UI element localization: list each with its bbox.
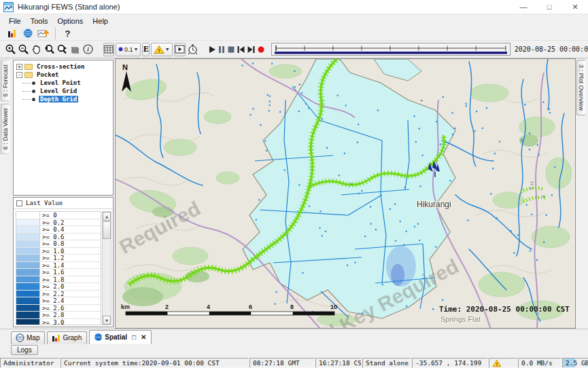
scale-dropdown[interactable]: 0.1 ▼ — [116, 43, 141, 56]
zoom-in-button[interactable] — [5, 43, 16, 56]
tree-item-cross-section[interactable]: + Cross-section — [14, 62, 113, 71]
globe-icon — [94, 333, 103, 342]
warning-dropdown[interactable]: ! ▼ — [151, 43, 173, 56]
legend-row[interactable]: >= 0.6 — [16, 234, 101, 241]
layers-button[interactable] — [69, 43, 81, 56]
legend-row[interactable]: >= 1.8 — [16, 276, 101, 284]
pan-button[interactable] — [31, 43, 42, 56]
legend-row-label: >= 1.6 — [40, 269, 67, 276]
legend-row[interactable]: >= 0.8 — [16, 240, 101, 248]
legend-swatch — [16, 248, 40, 255]
legend-row[interactable]: >= 0.4 — [16, 226, 101, 234]
legend-row[interactable]: >= 1.0 — [16, 248, 101, 255]
chevron-down-icon: ▼ — [134, 47, 139, 52]
legend-row-label: >= 2.2 — [40, 291, 67, 297]
globe-button[interactable] — [20, 26, 35, 40]
tab-graph[interactable]: Graph — [47, 331, 87, 344]
scroll-down-button[interactable]: ▼ — [103, 316, 111, 325]
help-button[interactable]: ? — [60, 26, 75, 40]
tree-item-level-grid[interactable]: Level Grid — [14, 87, 113, 95]
legend-row[interactable]: >= 1.6 — [16, 269, 101, 276]
svg-text:!: ! — [496, 361, 498, 366]
tab-map[interactable]: Map — [11, 331, 45, 344]
road-label: H 1 — [529, 181, 535, 190]
bar-chart-icon — [52, 333, 60, 342]
scroll-up-button[interactable]: ▲ — [103, 212, 111, 221]
legend-row[interactable]: >= 2.8 — [16, 312, 101, 319]
info-button[interactable]: i — [82, 43, 94, 56]
status-warning-cell[interactable]: ! — [489, 358, 517, 368]
legend-row-label: >= 0.8 — [40, 240, 67, 247]
legend-row-label: >= 2.4 — [40, 297, 67, 304]
map-time-label: Time: 2020-08-25 00:00:00 CST — [439, 305, 570, 314]
step-forward-button[interactable] — [247, 43, 256, 56]
record-button[interactable] — [257, 43, 265, 56]
time-control-button[interactable] — [187, 43, 198, 56]
expand-plus-icon[interactable]: + — [16, 64, 22, 70]
tree-item-pocket[interactable]: - Pocket — [14, 71, 113, 79]
zoom-next-button[interactable] — [56, 43, 68, 56]
legend-scrollbar[interactable]: ▲ ▼ — [102, 211, 111, 325]
tab-spatial[interactable]: Spatial □ ✕ — [89, 330, 152, 344]
tree-item-level-point[interactable]: Level Point — [14, 79, 113, 87]
menu-tools[interactable]: Tools — [26, 16, 53, 26]
tab-plot-overview[interactable]: 3 : Plot Overview — [576, 60, 585, 115]
menu-options[interactable]: Options — [52, 16, 88, 26]
app-logo-icon — [3, 2, 14, 12]
minimize-button[interactable]: — — [511, 0, 536, 14]
last-value-checkbox[interactable] — [16, 200, 22, 206]
legend-row[interactable]: >= 3.0 — [16, 319, 101, 326]
pause-button[interactable] — [218, 43, 226, 56]
database-chart-button[interactable] — [5, 26, 19, 40]
zoom-out-button[interactable] — [18, 43, 29, 56]
tree-item-label-selected: Depth Grid — [39, 96, 78, 103]
legend-row-label: >= 2.8 — [40, 312, 67, 318]
expand-minus-icon[interactable]: - — [16, 72, 22, 78]
map-canvas[interactable]: API Key Required API Key Required N H 1 … — [115, 58, 576, 329]
legend-row[interactable]: >= 2.2 — [16, 291, 101, 298]
zoom-previous-button[interactable] — [44, 43, 55, 56]
legend-row[interactable]: >= 2.0 — [16, 283, 101, 291]
movie-player-button[interactable] — [174, 43, 186, 56]
close-button[interactable]: ✕ — [562, 0, 588, 14]
timeline-slider[interactable] — [271, 43, 511, 56]
play-icon — [208, 45, 216, 54]
legend-row-label: >= 2.6 — [40, 305, 67, 312]
play-button[interactable] — [208, 43, 216, 56]
tab-data-viewer[interactable]: 6 : Data Viewer — [1, 103, 10, 154]
timeseries-import-button[interactable] — [36, 26, 50, 40]
scroll-thumb[interactable] — [103, 221, 111, 239]
title-bar: Hikurangi FEWS (Stand alone) — □ ✕ — [0, 0, 588, 14]
menu-file[interactable]: File — [4, 16, 26, 26]
legend-row[interactable]: >= 1.2 — [16, 255, 101, 262]
legend-swatch — [16, 240, 40, 247]
legend-swatch — [16, 255, 40, 261]
step-forward-icon — [247, 45, 256, 54]
legend-row[interactable]: >= 0.2 — [16, 219, 101, 227]
timeline-graphic — [272, 43, 510, 55]
menu-help[interactable]: Help — [88, 16, 113, 26]
legend-row-label: >= 1.4 — [40, 262, 67, 269]
legend-row[interactable]: >= 2.4 — [16, 297, 101, 305]
panel-close-icon[interactable]: ✕ — [141, 333, 146, 341]
legend-row[interactable]: >= 1.4 — [16, 262, 101, 270]
pan-hand-icon — [31, 43, 42, 55]
legend-swatch — [16, 305, 40, 312]
status-bar: Administrator Current system time:2020-0… — [0, 358, 588, 368]
grid-display-button[interactable] — [103, 43, 114, 56]
stop-button[interactable] — [227, 43, 235, 56]
legend-row[interactable]: >= 2.6 — [16, 305, 101, 312]
legend-row[interactable]: >= 0 — [16, 212, 101, 219]
step-back-button[interactable] — [237, 43, 245, 56]
zoom-next-icon — [56, 43, 68, 55]
zoom-in-icon — [5, 43, 16, 55]
logs-button[interactable]: Logs — [11, 345, 38, 355]
logs-row: Logs — [0, 344, 588, 357]
label-e-button[interactable]: E — [142, 43, 149, 56]
layers-icon — [69, 43, 81, 55]
movie-player-icon — [175, 45, 185, 54]
tab-forecast[interactable]: 5 : Forecast — [1, 60, 10, 102]
maximize-button[interactable]: □ — [536, 0, 562, 14]
tree-item-depth-grid[interactable]: Depth Grid — [14, 95, 113, 103]
panel-maximize-icon[interactable]: □ — [132, 333, 136, 341]
